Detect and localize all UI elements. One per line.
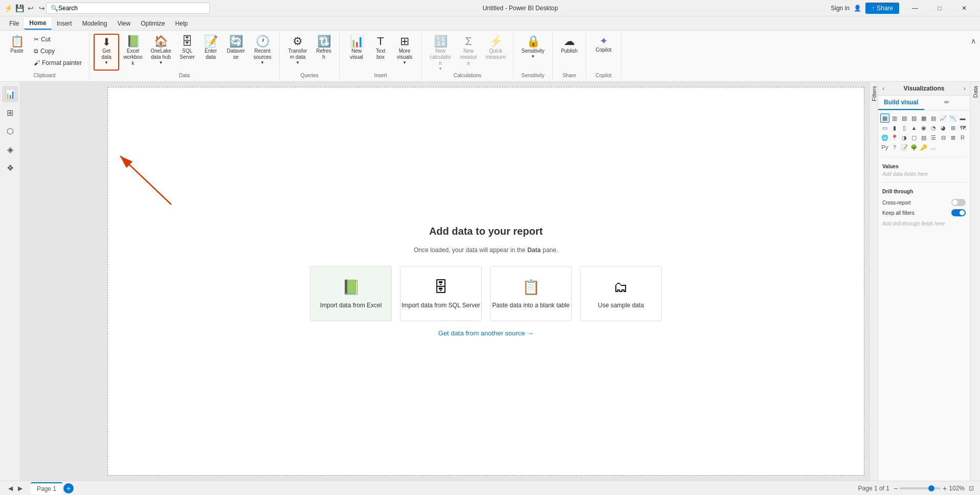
sidebar-icon-dag[interactable]: ❖: [2, 160, 18, 176]
menu-help[interactable]: Help: [170, 18, 193, 29]
transform-data-button[interactable]: ⚙ Transform data ▼: [284, 34, 311, 71]
viz-icon-100pct-bar[interactable]: ▧: [900, 114, 909, 123]
minimize-button[interactable]: —: [903, 0, 927, 16]
viz-icon-decomp-tree[interactable]: 🌳: [909, 143, 919, 152]
sql-server-button[interactable]: 🗄 SQL Server: [176, 34, 198, 71]
maximize-button[interactable]: □: [928, 0, 951, 16]
viz-icon-ribbon[interactable]: ▮: [890, 123, 899, 132]
viz-icon-stacked-area[interactable]: ▬: [958, 114, 967, 123]
format-painter-button[interactable]: 🖌 Format painter: [31, 57, 85, 69]
share-button[interactable]: ↑ Share: [865, 3, 899, 14]
close-button[interactable]: ✕: [952, 0, 976, 16]
data-panel-toggle[interactable]: Data: [970, 82, 980, 481]
viz-icon-pie[interactable]: ◔: [929, 123, 938, 132]
viz-icon-waterfall[interactable]: ▯: [900, 123, 909, 132]
save-icon[interactable]: 💾: [15, 4, 24, 12]
text-box-button[interactable]: T Text box: [370, 34, 391, 71]
menu-optimize[interactable]: Optimize: [136, 18, 170, 29]
data-card-sample[interactable]: 🗂 Use sample data: [580, 266, 662, 321]
viz-icon-matrix[interactable]: ⊠: [948, 133, 957, 142]
page-nav-left[interactable]: ◀: [6, 484, 15, 493]
viz-icon-map[interactable]: 🗺: [958, 123, 967, 132]
zoom-thumb[interactable]: [928, 485, 934, 491]
viz-icon-treemap[interactable]: ⊞: [948, 123, 957, 132]
viz-icon-card[interactable]: ▢: [909, 133, 919, 142]
viz-icon-bar[interactable]: ▦: [880, 114, 889, 123]
tab-format[interactable]: ✏: [924, 96, 970, 110]
viz-icon-azure-map[interactable]: 📍: [890, 133, 899, 142]
get-data-link[interactable]: Get data from another source →: [438, 329, 533, 337]
recent-sources-button[interactable]: 🕐 Recent sources ▼: [250, 34, 275, 71]
new-visual-button[interactable]: 📊 New visual: [344, 34, 369, 71]
menu-file[interactable]: File: [4, 18, 24, 29]
refresh-button[interactable]: 🔃 Refresh: [313, 34, 335, 71]
sidebar-icon-report[interactable]: 📊: [2, 86, 18, 102]
viz-icon-more[interactable]: …: [929, 143, 938, 152]
enter-data-button[interactable]: 📝 Enter data: [199, 34, 222, 71]
more-visuals-button[interactable]: ⊞ More visuals ▼: [392, 34, 417, 71]
publish-button[interactable]: ☁ Publish: [557, 34, 582, 71]
viz-icon-slicer[interactable]: ☰: [929, 133, 938, 142]
viz-icon-grouped-col[interactable]: ▩: [919, 114, 928, 123]
viz-icon-kpi[interactable]: ▤: [919, 133, 928, 142]
cross-report-toggle[interactable]: [951, 199, 966, 206]
viz-icon-smart-narrative[interactable]: 📝: [900, 143, 909, 152]
viz-icon-100pct-col[interactable]: ▤: [929, 114, 938, 123]
new-measure-button[interactable]: Σ New measure: [456, 34, 481, 71]
viz-icon-scatter[interactable]: ◉: [919, 123, 928, 132]
viz-icon-gauge[interactable]: ◑: [900, 133, 909, 142]
viz-icon-rvisual[interactable]: R: [958, 133, 967, 142]
viz-icon-python[interactable]: Py: [880, 143, 889, 152]
fit-page-icon[interactable]: ⊡: [969, 485, 974, 492]
ribbon-collapse-button[interactable]: ∧: [969, 35, 978, 47]
page-tab-1[interactable]: Page 1: [31, 482, 62, 494]
tab-build-visual[interactable]: Build visual: [878, 96, 924, 110]
profile-icon[interactable]: 👤: [854, 5, 861, 12]
data-card-sql[interactable]: 🗄 Import data from SQL Server: [400, 266, 482, 321]
zoom-in-button[interactable]: +: [943, 484, 947, 492]
add-page-button[interactable]: +: [63, 483, 74, 493]
copy-button[interactable]: ⧉ Copy: [31, 46, 85, 57]
data-card-paste[interactable]: 📋 Paste data into a blank table: [490, 266, 572, 321]
quick-measure-button[interactable]: ⚡ Quick measure: [482, 34, 509, 71]
dataverse-button[interactable]: 🔄 Dataverse: [223, 34, 249, 71]
sign-in-text[interactable]: Sign in: [831, 5, 850, 12]
cut-button[interactable]: ✂ Cut: [31, 34, 85, 45]
keep-filters-toggle[interactable]: [951, 209, 966, 216]
viz-icon-table[interactable]: ⊟: [939, 133, 948, 142]
new-calculation-button[interactable]: 🔢 New calculation ▼: [426, 34, 455, 71]
filters-sidebar[interactable]: Filters: [870, 82, 878, 481]
viz-icon-filled-map[interactable]: 🌐: [880, 133, 889, 142]
panel-left-arrow[interactable]: ‹: [882, 85, 884, 92]
menu-modeling[interactable]: Modeling: [77, 18, 113, 29]
paste-button[interactable]: 📋 Paste: [4, 34, 30, 71]
redo-icon[interactable]: ↪: [38, 4, 46, 12]
search-bar[interactable]: 🔍: [46, 3, 210, 14]
viz-icon-column[interactable]: ▨: [909, 114, 919, 123]
viz-icon-funnel[interactable]: ▲: [909, 123, 919, 132]
viz-icon-qna[interactable]: ?: [890, 143, 899, 152]
data-card-excel[interactable]: 📗 Import data from Excel: [310, 266, 392, 321]
viz-icon-line[interactable]: 📈: [939, 114, 948, 123]
menu-view[interactable]: View: [112, 18, 136, 29]
sidebar-icon-dax[interactable]: ◈: [2, 141, 18, 158]
page-nav-right[interactable]: ▶: [16, 484, 25, 493]
menu-home[interactable]: Home: [24, 17, 51, 30]
menu-insert[interactable]: Insert: [52, 18, 77, 29]
sidebar-icon-table[interactable]: ⊞: [2, 104, 18, 121]
onelake-button[interactable]: 🏠 OneLake data hub ▼: [147, 34, 175, 71]
search-input[interactable]: [58, 5, 205, 12]
viz-icon-donut[interactable]: ◕: [939, 123, 948, 132]
get-data-button[interactable]: ⬇ Get data ▼: [94, 34, 119, 71]
viz-icon-grouped-bar[interactable]: ▥: [890, 114, 899, 123]
zoom-slider[interactable]: [900, 487, 941, 489]
viz-icon-area[interactable]: 📉: [948, 114, 957, 123]
panel-right-arrow[interactable]: ›: [964, 85, 966, 92]
viz-icon-key-influencers[interactable]: 🔑: [919, 143, 928, 152]
viz-icon-line-col[interactable]: ▭: [880, 123, 889, 132]
sensitivity-button[interactable]: 🔒 Sensitivity ▼: [518, 34, 548, 71]
excel-workbook-button[interactable]: 📗 Excel workbook: [120, 34, 146, 71]
sidebar-icon-model[interactable]: ⬡: [2, 123, 18, 139]
copilot-button[interactable]: ✦ Copilot: [590, 34, 617, 71]
zoom-out-button[interactable]: −: [894, 484, 898, 492]
